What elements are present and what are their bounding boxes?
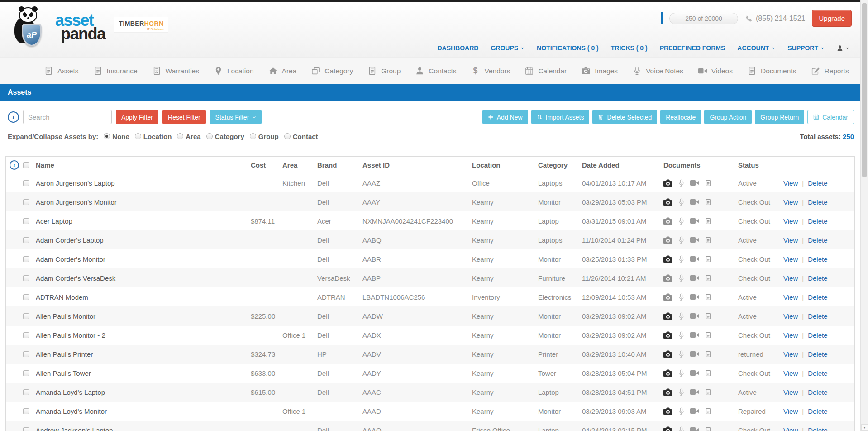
video-icon[interactable]: [690, 408, 699, 414]
tab-voice-notes[interactable]: Voice Notes: [633, 67, 683, 75]
microphone-icon[interactable]: [678, 350, 684, 358]
document-icon[interactable]: [705, 255, 711, 263]
add-new-button[interactable]: Add New: [482, 110, 528, 124]
view-link[interactable]: View: [783, 331, 798, 339]
row-checkbox[interactable]: [23, 408, 29, 414]
tab-warranties[interactable]: Warranties: [153, 67, 199, 75]
document-icon[interactable]: [705, 312, 711, 320]
view-link[interactable]: View: [783, 198, 798, 206]
document-icon[interactable]: [705, 426, 711, 431]
camera-icon[interactable]: [663, 274, 672, 282]
camera-icon[interactable]: [663, 331, 672, 339]
microphone-icon[interactable]: [678, 312, 684, 320]
tab-images[interactable]: Images: [582, 67, 618, 75]
delete-link[interactable]: Delete: [808, 331, 827, 339]
video-icon[interactable]: [690, 332, 699, 338]
view-link[interactable]: View: [783, 274, 798, 282]
delete-link[interactable]: Delete: [808, 255, 827, 263]
row-checkbox[interactable]: [23, 370, 29, 376]
view-link[interactable]: View: [783, 369, 798, 377]
view-link[interactable]: View: [783, 236, 798, 244]
row-checkbox[interactable]: [23, 237, 29, 243]
video-icon[interactable]: [690, 218, 699, 224]
delete-link[interactable]: Delete: [808, 198, 827, 206]
video-icon[interactable]: [690, 256, 699, 262]
tab-contacts[interactable]: Contacts: [415, 67, 456, 75]
delete-link[interactable]: Delete: [808, 217, 827, 225]
delete-link[interactable]: Delete: [808, 179, 827, 187]
video-icon[interactable]: [690, 294, 699, 300]
row-checkbox[interactable]: [23, 313, 29, 319]
microphone-icon[interactable]: [678, 179, 684, 187]
row-checkbox[interactable]: [23, 332, 29, 338]
row-checkbox[interactable]: [23, 180, 29, 186]
view-link[interactable]: View: [783, 350, 798, 358]
document-icon[interactable]: [705, 331, 711, 339]
group-action-button[interactable]: Group Action: [704, 110, 752, 124]
tab-reports[interactable]: Reports: [811, 67, 849, 75]
video-icon[interactable]: [690, 199, 699, 205]
nav-item-support[interactable]: SUPPORT: [787, 44, 825, 52]
video-icon[interactable]: [690, 427, 699, 431]
document-icon[interactable]: [705, 274, 711, 282]
tab-assets[interactable]: Assets: [44, 67, 79, 75]
tab-area[interactable]: Area: [269, 67, 297, 75]
row-checkbox[interactable]: [23, 427, 29, 431]
reset-filter-button[interactable]: Reset Filter: [162, 110, 206, 124]
nav-item-notifications-0[interactable]: NOTIFICATIONS ( 0 ): [537, 44, 599, 52]
expand-option-none[interactable]: None: [104, 133, 129, 140]
view-link[interactable]: View: [783, 312, 798, 320]
microphone-icon[interactable]: [678, 426, 684, 431]
expand-option-location[interactable]: Location: [135, 133, 172, 140]
delete-link[interactable]: Delete: [808, 350, 827, 358]
delete-link[interactable]: Delete: [808, 407, 827, 415]
tab-vendors[interactable]: $ Vendors: [471, 67, 510, 75]
info-icon[interactable]: i: [10, 160, 19, 170]
group-return-button[interactable]: Group Return: [755, 110, 804, 124]
view-link[interactable]: View: [783, 217, 798, 225]
camera-icon[interactable]: [663, 312, 672, 320]
document-icon[interactable]: [705, 198, 711, 206]
document-icon[interactable]: [705, 388, 711, 396]
calendar-button[interactable]: Calendar: [807, 110, 854, 124]
video-icon[interactable]: [690, 237, 699, 243]
tab-videos[interactable]: Videos: [698, 67, 733, 75]
scrollbar-thumb[interactable]: [862, 3, 867, 177]
expand-option-group[interactable]: Group: [250, 133, 279, 140]
scrollbar-down-arrow[interactable]: ▼: [861, 424, 868, 431]
expand-option-category[interactable]: Category: [206, 133, 244, 140]
tab-calendar[interactable]: Calendar: [525, 67, 567, 75]
row-checkbox[interactable]: [23, 218, 29, 224]
row-checkbox[interactable]: [23, 256, 29, 262]
nav-user-menu[interactable]: [837, 45, 849, 51]
delete-link[interactable]: Delete: [808, 426, 827, 431]
delete-link[interactable]: Delete: [808, 388, 827, 396]
nav-item-groups[interactable]: GROUPS: [491, 44, 525, 52]
view-link[interactable]: View: [783, 388, 798, 396]
row-checkbox[interactable]: [23, 199, 29, 205]
status-filter-button[interactable]: Status Filter: [210, 110, 262, 124]
camera-icon[interactable]: [663, 407, 672, 415]
document-icon[interactable]: [705, 369, 711, 377]
camera-icon[interactable]: [663, 293, 672, 301]
video-icon[interactable]: [690, 180, 699, 186]
select-all-checkbox[interactable]: [23, 162, 29, 168]
tab-group[interactable]: Group: [368, 67, 401, 75]
microphone-icon[interactable]: [678, 293, 684, 301]
document-icon[interactable]: [705, 350, 711, 358]
vertical-scrollbar[interactable]: ▼: [860, 0, 868, 431]
row-checkbox[interactable]: [23, 389, 29, 395]
expand-option-area[interactable]: Area: [177, 133, 200, 140]
delete-link[interactable]: Delete: [808, 312, 827, 320]
view-link[interactable]: View: [783, 426, 798, 431]
tab-location[interactable]: Location: [214, 67, 254, 75]
import-assets-button[interactable]: Import Assets: [531, 110, 590, 124]
microphone-icon[interactable]: [678, 331, 684, 339]
expand-option-contact[interactable]: Contact: [284, 133, 318, 140]
video-icon[interactable]: [690, 351, 699, 357]
microphone-icon[interactable]: [678, 388, 684, 396]
camera-icon[interactable]: [663, 217, 672, 225]
delete-link[interactable]: Delete: [808, 293, 827, 301]
document-icon[interactable]: [705, 217, 711, 225]
row-checkbox[interactable]: [23, 275, 29, 281]
